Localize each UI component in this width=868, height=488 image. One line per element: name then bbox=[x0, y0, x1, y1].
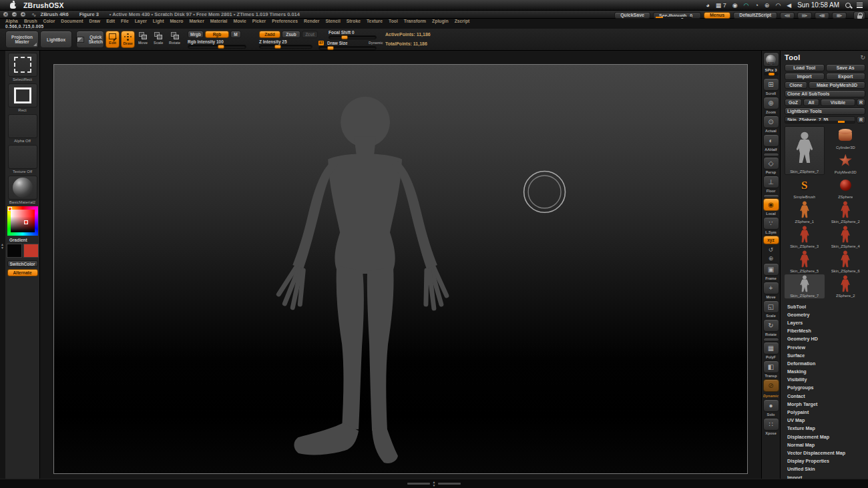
scroll-button[interactable]: ⊞ Scroll bbox=[763, 78, 779, 95]
move-button[interactable]: Move bbox=[138, 32, 148, 45]
lsym-button[interactable]: ∵ L.Sym bbox=[763, 217, 779, 234]
goz-all-button[interactable]: All bbox=[803, 99, 819, 106]
left-tray-collapse-strip[interactable]: ▲▼ bbox=[0, 51, 5, 479]
subpalette-header[interactable]: Texture Map bbox=[785, 425, 865, 433]
menubar-clock[interactable]: Sun 10:58 AM bbox=[797, 1, 839, 9]
edit-button[interactable]: Edit bbox=[105, 31, 120, 48]
scale-button[interactable]: Scale bbox=[154, 32, 163, 45]
save-as-button[interactable]: Save As bbox=[826, 64, 866, 71]
shelf-config-right-button[interactable]: ▤▸ bbox=[797, 12, 812, 19]
alternate-button[interactable]: Alternate bbox=[7, 269, 38, 276]
menu-item[interactable]: Preferences bbox=[272, 19, 298, 24]
brush-preset-right-button[interactable]: ▦▸ bbox=[832, 12, 847, 19]
tool-thumbnail[interactable]: Skin_ZSphere_4 bbox=[826, 225, 866, 249]
subpalette-header[interactable]: Geometry HD bbox=[785, 335, 865, 343]
import-button[interactable]: Import bbox=[785, 73, 825, 80]
subpalette-header[interactable]: Geometry bbox=[785, 310, 865, 318]
app-menu-extra-icon[interactable]: ◕ bbox=[706, 2, 709, 9]
bottom-tray-handle[interactable]: ▲▼ bbox=[407, 481, 461, 487]
subpalette-header[interactable]: Normal Map bbox=[785, 441, 865, 449]
clone-all-subtools-button[interactable]: Clone All SubTools bbox=[785, 90, 865, 97]
tool-panel-menu-icon[interactable]: ↻ bbox=[860, 54, 865, 61]
menu-item[interactable]: Render bbox=[304, 19, 319, 24]
document-viewport[interactable] bbox=[53, 64, 748, 474]
material-selector[interactable]: BasicMaterial2 bbox=[8, 176, 37, 204]
menu-item[interactable]: Transform bbox=[404, 19, 426, 24]
goz-button[interactable]: GoZ bbox=[785, 99, 802, 106]
zsub-mode-button[interactable]: Zsub bbox=[282, 31, 300, 38]
menu-item[interactable]: Macro bbox=[170, 19, 183, 24]
color-picker[interactable] bbox=[7, 206, 38, 236]
see-through-slider[interactable]: See-through 0 bbox=[653, 12, 701, 19]
menu-item[interactable]: Stroke bbox=[347, 19, 361, 24]
subpalette-header[interactable]: Visibility bbox=[785, 376, 865, 384]
spix-slider[interactable]: SPix 3 bbox=[764, 68, 779, 75]
subpalette-header[interactable]: Layers bbox=[785, 318, 865, 326]
solo-dynamic-toggle[interactable]: Dynamic bbox=[763, 393, 779, 398]
subpalette-header[interactable]: Import bbox=[785, 473, 865, 479]
z-intensity-slider[interactable] bbox=[259, 45, 312, 49]
goz-visible-button[interactable]: Visible bbox=[821, 99, 855, 106]
mrgb-mode-button[interactable]: Mrgb bbox=[188, 31, 204, 38]
subpalette-header[interactable]: Polypaint bbox=[785, 408, 865, 416]
subpalette-header[interactable]: Preview bbox=[785, 343, 865, 351]
subpalette-header[interactable]: Vector Displacement Map bbox=[785, 449, 865, 457]
menu-item[interactable]: Layer bbox=[135, 19, 147, 24]
subpalette-header[interactable]: Contact bbox=[785, 392, 865, 400]
lightbox-tools-button[interactable]: Lightbox› Tools bbox=[785, 107, 865, 115]
subpalette-header[interactable]: UV Map bbox=[785, 417, 865, 425]
see-through-track[interactable] bbox=[656, 17, 692, 18]
macos-app-title[interactable]: ZBrushOSX bbox=[23, 1, 64, 9]
menu-item[interactable]: File bbox=[121, 19, 129, 24]
subpalette-header[interactable]: Displacement Map bbox=[785, 433, 865, 441]
frame-button[interactable]: ▣ Frame bbox=[763, 263, 779, 280]
shelf-config-left-button[interactable]: ◂▤ bbox=[780, 12, 795, 19]
canvas-area[interactable] bbox=[40, 51, 761, 479]
spotlight-search-icon[interactable] bbox=[845, 3, 851, 8]
move-button[interactable]: + Move bbox=[763, 282, 779, 299]
menu-item[interactable]: Marker bbox=[189, 19, 204, 24]
secondary-color-swatch[interactable] bbox=[23, 244, 39, 258]
alpha-selector[interactable]: Alpha Off bbox=[8, 114, 37, 143]
quick-sketch-button[interactable]: Quick Sketch bbox=[76, 31, 104, 48]
window-zoom-button[interactable]: + bbox=[20, 11, 26, 17]
menu-item[interactable]: Material bbox=[210, 19, 228, 24]
zadd-mode-button[interactable]: Zadd bbox=[259, 31, 280, 38]
solo-button[interactable]: ● Solo bbox=[763, 399, 779, 417]
stroke-selector[interactable]: Rect bbox=[8, 83, 37, 112]
notification-center-icon[interactable] bbox=[857, 3, 863, 8]
menu-item[interactable]: Zscript bbox=[455, 19, 470, 24]
brush-selector[interactable]: SelectRect bbox=[8, 53, 37, 81]
subpalette-header[interactable]: Unified Skin bbox=[785, 465, 865, 473]
tool-thumbnail[interactable]: Cylinder3D bbox=[826, 126, 866, 150]
m-mode-button[interactable]: M bbox=[230, 31, 241, 38]
tool-thumbnail[interactable]: ZSphere_2 bbox=[826, 274, 866, 298]
load-tool-button[interactable]: Load Tool bbox=[785, 64, 825, 71]
rotate-button[interactable]: Rotate bbox=[169, 32, 180, 45]
rgb-intensity-slider[interactable] bbox=[188, 45, 246, 49]
display-menu-extra-icon[interactable]: ◉ bbox=[732, 2, 738, 9]
export-button[interactable]: Export bbox=[826, 73, 866, 80]
menu-item[interactable]: Brush bbox=[24, 19, 37, 24]
spin-icon[interactable]: ↺ bbox=[763, 246, 779, 253]
subpalette-header[interactable]: Morph Target bbox=[785, 400, 865, 408]
window-minimize-button[interactable]: − bbox=[11, 11, 17, 17]
texture-selector[interactable]: Texture Off bbox=[8, 145, 37, 174]
hue-ring[interactable] bbox=[7, 206, 38, 236]
saturation-square[interactable] bbox=[11, 210, 35, 232]
menu-item[interactable]: Color bbox=[43, 19, 55, 24]
menu-item[interactable]: Stencil bbox=[326, 19, 341, 24]
tool-thumbnail[interactable]: S SimpleBrush bbox=[785, 176, 825, 200]
bpr-button[interactable]: BPR bbox=[763, 52, 779, 67]
draw-button[interactable]: Draw bbox=[121, 31, 135, 48]
tool-thumbnail[interactable]: Skin_ZSphere_5 bbox=[785, 250, 825, 274]
menu-item[interactable]: Document bbox=[61, 19, 83, 24]
xpose-button[interactable]: ∷ Xpose bbox=[763, 418, 779, 435]
magnify-icon[interactable]: ⊕ bbox=[763, 254, 779, 262]
goz-r-button[interactable]: R bbox=[857, 99, 865, 106]
dynamic-draw-size-toggle[interactable]: Dynamic bbox=[369, 41, 383, 45]
wifi-teal-icon[interactable]: ◠ bbox=[744, 2, 749, 9]
ui-lock-button[interactable] bbox=[853, 11, 865, 19]
floor-button[interactable]: ⊥ Floor bbox=[763, 176, 779, 193]
apple-menu-icon[interactable] bbox=[9, 1, 17, 9]
